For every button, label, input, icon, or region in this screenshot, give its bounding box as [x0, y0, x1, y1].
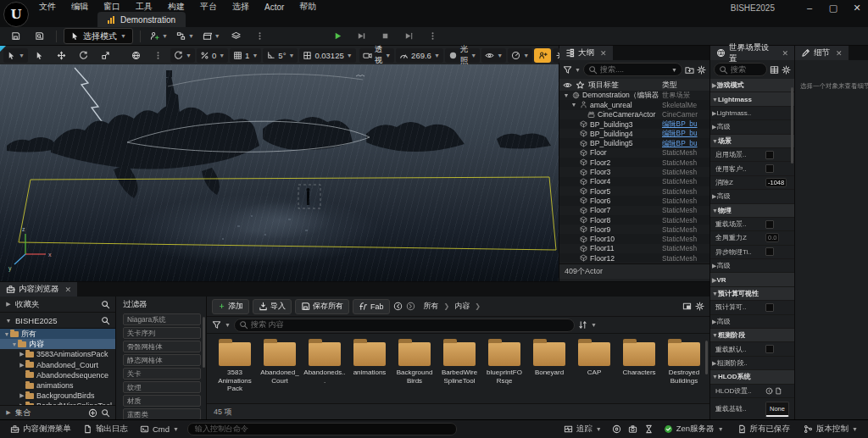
- expand-arrow-icon[interactable]: ▼: [712, 374, 718, 380]
- grid-snap-value[interactable]: 1▼: [230, 48, 261, 63]
- ws-value[interactable]: [765, 151, 794, 159]
- add-collection-icon[interactable]: [88, 408, 97, 418]
- label-column-header[interactable]: 项目标签: [588, 80, 659, 91]
- pin-column-icon[interactable]: [576, 80, 585, 90]
- close-icon[interactable]: ✕: [782, 49, 788, 58]
- ws-property-row[interactable]: 启用场景..: [710, 148, 794, 162]
- menu-item-选择[interactable]: 选择: [225, 0, 256, 14]
- expand-arrow-icon[interactable]: ▶: [19, 392, 25, 399]
- search-icon[interactable]: [101, 316, 110, 325]
- tree-item-BackgroundBirds[interactable]: ▶BackgroundBirds: [0, 391, 115, 401]
- add-actor-button[interactable]: ▼: [147, 29, 170, 44]
- scale-snap-value[interactable]: 0.03125▼: [299, 48, 355, 63]
- outliner-row[interactable]: ▼Demonstration（编辑器世界场景: [559, 91, 709, 100]
- ws-category-row[interactable]: ▶VR: [710, 273, 794, 286]
- outliner-row[interactable]: Floor9StaticMesh: [559, 225, 709, 234]
- layers-button[interactable]: [226, 29, 247, 44]
- realtime-toggle-button[interactable]: [534, 48, 551, 63]
- ws-category-row[interactable]: ▼粗测阶段: [710, 329, 794, 342]
- ws-value[interactable]: [765, 164, 794, 173]
- stop-button[interactable]: [376, 29, 396, 44]
- forward-icon[interactable]: [406, 302, 415, 311]
- ws-category-row[interactable]: ▼Lightmass: [710, 92, 794, 106]
- launch-button[interactable]: [399, 29, 420, 44]
- toolbar-overflow-icon[interactable]: [250, 29, 270, 44]
- move-tool-button[interactable]: [52, 47, 72, 63]
- ws-property-row[interactable]: ▶高级: [710, 190, 794, 203]
- outliner-settings-icon[interactable]: [697, 65, 706, 75]
- checkbox[interactable]: [765, 247, 774, 256]
- checkbox[interactable]: [765, 220, 774, 229]
- filter-chip-材质[interactable]: 材质: [123, 395, 201, 407]
- asset-folder[interactable]: Background Birds: [393, 337, 436, 385]
- ws-property-row[interactable]: ▶高级: [710, 259, 794, 273]
- ws-category-row[interactable]: ▼物理: [710, 204, 794, 218]
- filter-chip-Niagara系统[interactable]: Niagara系统: [123, 313, 201, 325]
- play-options-icon[interactable]: [423, 29, 443, 44]
- ws-category-row[interactable]: ▶游戏模式: [710, 79, 794, 92]
- ws-property-row[interactable]: ▶粗测阶段..: [710, 357, 794, 370]
- dock-icon[interactable]: [682, 302, 692, 311]
- favorites-row[interactable]: ▶收藏夹: [0, 297, 115, 313]
- expand-arrow-icon[interactable]: ▶: [19, 362, 25, 369]
- outliner-search-input[interactable]: 搜索....▼: [583, 63, 682, 76]
- ws-property-row[interactable]: 全局重力Z0.0: [710, 231, 794, 245]
- tab-details[interactable]: 细节 ✕: [795, 46, 849, 60]
- ws-category-row[interactable]: ▼HLOD系统: [710, 370, 794, 384]
- blueprints-button[interactable]: ▼: [174, 29, 197, 44]
- filter-chip-纹理[interactable]: 纹理: [123, 381, 201, 393]
- tab-content-browser[interactable]: 内容浏览器 ✕: [0, 282, 77, 297]
- ws-property-row[interactable]: 重载场景..: [710, 218, 794, 231]
- filter-chip-蓝图类[interactable]: 蓝图类: [123, 408, 201, 420]
- checkbox[interactable]: [765, 345, 774, 353]
- checkbox[interactable]: [765, 303, 774, 312]
- cmd-dropdown[interactable]: Cmd▼: [136, 424, 182, 434]
- asset-folder[interactable]: 3583 Animations Pack: [214, 337, 256, 393]
- asset-folder[interactable]: blueprintFO Rsqe: [483, 337, 526, 385]
- ws-value[interactable]: -1048: [765, 178, 794, 187]
- visibility-column-icon[interactable]: [563, 80, 572, 90]
- scrollbar[interactable]: [791, 87, 793, 164]
- viewport-mode-dropdown[interactable]: ▼: [3, 48, 28, 63]
- menu-item-帮助[interactable]: 帮助: [292, 0, 323, 14]
- level-tab[interactable]: Demonstration: [97, 12, 186, 27]
- fab-button[interactable]: Fab: [353, 299, 390, 314]
- outliner-row[interactable]: Floor3StaticMesh: [559, 167, 709, 176]
- editor-mode-select[interactable]: 选择模式 ▼: [64, 28, 133, 44]
- frame-skip-button[interactable]: [352, 29, 372, 44]
- tree-item-animations[interactable]: animations: [0, 380, 115, 391]
- value-box[interactable]: 0.0: [765, 233, 779, 242]
- tab-world-settings[interactable]: 世界场景设置 ✕: [710, 46, 794, 60]
- outliner-row[interactable]: Floor4StaticMesh: [559, 177, 709, 186]
- ws-value[interactable]: [765, 247, 794, 256]
- asset-folder[interactable]: Characters: [618, 337, 660, 377]
- ws-value[interactable]: None: [765, 402, 794, 417]
- table-view-icon[interactable]: [770, 65, 779, 75]
- ws-value[interactable]: [765, 345, 794, 353]
- search-icon[interactable]: [101, 300, 110, 309]
- content-drawer-button[interactable]: 内容侧滑菜单: [7, 424, 75, 435]
- filter-icon[interactable]: [212, 320, 221, 330]
- revision-control-dropdown[interactable]: 版本控制▼: [800, 424, 861, 435]
- actor-type[interactable]: 编辑BP_bu: [662, 119, 709, 129]
- ws-property-row[interactable]: 重载基础..None: [710, 398, 794, 418]
- outliner-row[interactable]: CineCameraActorCineCamer: [559, 110, 709, 119]
- viewport-3d-scene[interactable]: z x y: [0, 64, 559, 281]
- ws-property-row[interactable]: 消除Z-1048: [710, 176, 794, 190]
- browse-icon[interactable]: [775, 387, 782, 395]
- hourglass-icon[interactable]: [644, 424, 654, 434]
- rotation-snap-value[interactable]: 5°▼: [263, 48, 298, 63]
- breadcrumb[interactable]: 所有❯ 内容❯: [424, 301, 481, 312]
- outliner-row[interactable]: ▼amak_unrealSkeletalMe: [559, 100, 709, 109]
- all-saved-button[interactable]: 所有已保存: [734, 424, 794, 435]
- expand-arrow-icon[interactable]: ▼: [3, 331, 10, 337]
- tree-item-内容[interactable]: ▼内容: [0, 339, 115, 349]
- asset-folder[interactable]: Abandoneds...: [303, 337, 346, 385]
- ws-property-row[interactable]: 预计算可..: [710, 301, 794, 314]
- maximize-button[interactable]: ▢: [827, 2, 839, 14]
- ws-value[interactable]: [765, 303, 794, 312]
- asset-folder[interactable]: Destroyed Buildings: [663, 337, 705, 385]
- outliner-row[interactable]: Floor7StaticMesh: [559, 206, 709, 215]
- close-button[interactable]: ✕: [851, 2, 863, 14]
- expand-arrow-icon[interactable]: ▼: [712, 138, 718, 144]
